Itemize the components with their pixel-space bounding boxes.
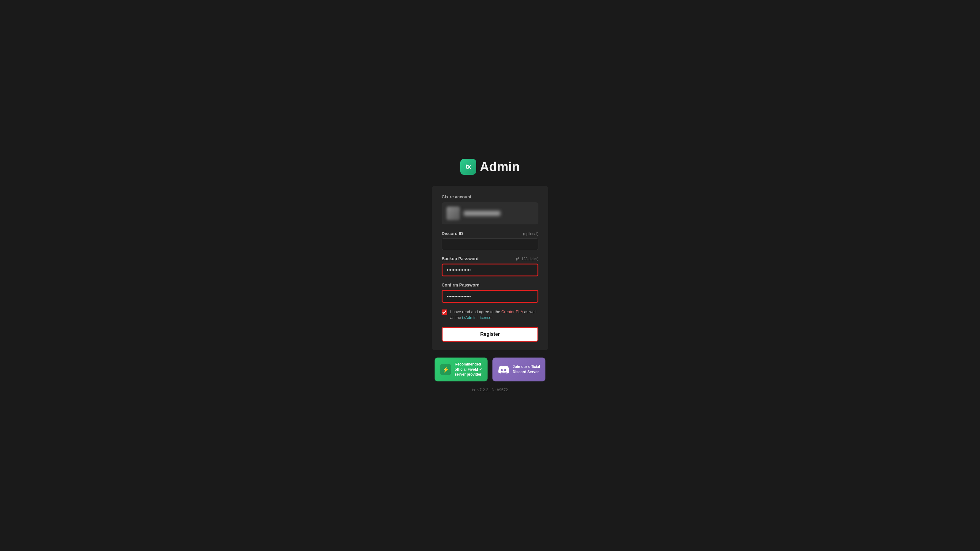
backup-password-input[interactable] [442, 264, 538, 276]
agreement-text: I have read and agree to the Creator PLA… [450, 309, 538, 321]
page-wrapper: tx Admin Cfx.re account Discord ID (opti… [0, 147, 980, 404]
agreement-checkbox-wrapper[interactable] [442, 310, 447, 316]
discord-id-label: Discord ID [442, 231, 463, 236]
app-title: Admin [480, 159, 520, 174]
discord-line1: Join our official [513, 365, 540, 369]
discord-banner[interactable]: Join our official Discord Server [492, 357, 546, 381]
backup-password-hint: (6~128 digits) [516, 257, 538, 261]
discord-line2: Discord Server [513, 370, 539, 374]
cfx-account-section: Cfx.re account [442, 194, 538, 224]
discord-id-field-group: Discord ID (optional) [442, 231, 538, 250]
cfx-account-block [442, 202, 538, 224]
registration-form-card: Cfx.re account Discord ID (optional) Bac… [432, 186, 548, 350]
discord-id-hint: (optional) [523, 232, 538, 236]
agreement-text-before: I have read and agree to the [450, 310, 501, 314]
discord-promo-text: Join our official Discord Server [513, 364, 540, 375]
svg-text:⚡: ⚡ [442, 367, 449, 373]
agreement-checkbox-row: I have read and agree to the Creator PLA… [442, 309, 538, 321]
promo-row: ⚡ Recommended official FiveM ✓ server pr… [434, 357, 546, 381]
zap-line1: Recommended [455, 362, 481, 367]
txadmin-logo-icon: tx [460, 159, 476, 175]
backup-password-label: Backup Password [442, 256, 479, 261]
discord-id-input[interactable] [442, 238, 538, 250]
zap-logo-icon: ⚡ [440, 364, 451, 375]
zap-promo-text: Recommended official FiveM ✓ server prov… [455, 362, 482, 377]
zap-line3: server provider [455, 372, 481, 376]
txadmin-license-link[interactable]: txAdmin License [462, 315, 491, 320]
discord-id-header: Discord ID (optional) [442, 231, 538, 236]
footer-version: tx: v7.2.2 | fx: b9572 [472, 387, 508, 392]
confirm-password-input[interactable] [442, 290, 538, 303]
cfx-avatar [447, 206, 460, 220]
discord-logo-icon [498, 364, 509, 375]
register-button[interactable]: Register [442, 327, 538, 341]
backup-password-header: Backup Password (6~128 digits) [442, 256, 538, 261]
confirm-password-field-group: Confirm Password [442, 283, 538, 303]
cfx-username [464, 211, 500, 216]
cfx-account-label: Cfx.re account [442, 194, 538, 199]
confirm-password-label: Confirm Password [442, 283, 480, 287]
backup-password-field-group: Backup Password (6~128 digits) [442, 256, 538, 276]
zap-line2: official FiveM ✓ [455, 367, 482, 372]
creator-pla-link[interactable]: Creator PLA [501, 310, 523, 314]
zap-hosting-banner[interactable]: ⚡ Recommended official FiveM ✓ server pr… [434, 357, 488, 381]
agreement-checkbox[interactable] [442, 310, 447, 315]
logo-area: tx Admin [460, 159, 520, 175]
confirm-password-header: Confirm Password [442, 283, 538, 287]
agreement-text-end: . [491, 315, 492, 320]
